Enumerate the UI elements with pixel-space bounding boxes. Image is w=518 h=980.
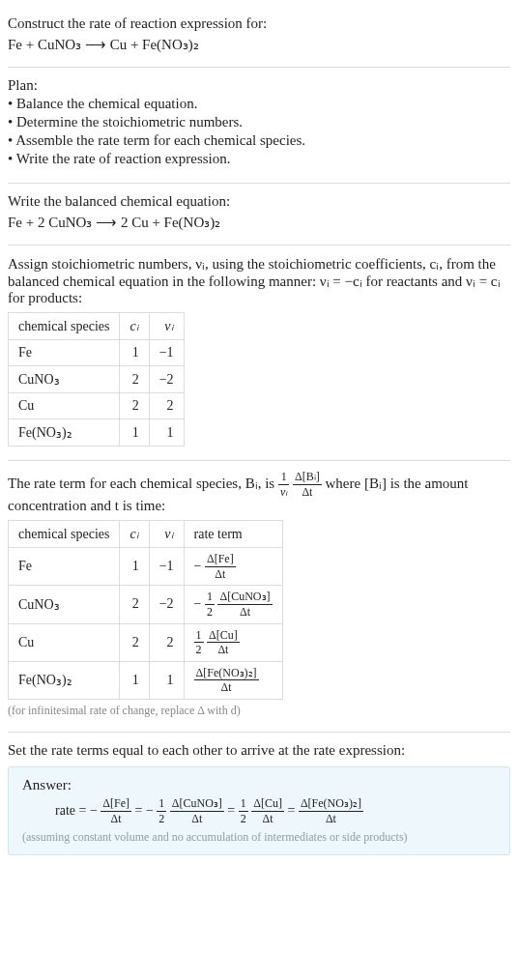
species-cell: Fe [9, 548, 120, 586]
nu-cell: −2 [149, 586, 184, 623]
rateterm-cell: − 1 2 Δ[CuNO₃] Δt [184, 586, 282, 623]
table-header: cᵢ [120, 313, 149, 340]
fraction: Δ[CuNO₃] Δt [217, 591, 272, 618]
fraction-half: 1 2 [194, 629, 204, 656]
rateterm-heading: The rate term for each chemical species,… [8, 471, 510, 514]
species-cell: CuNO₃ [9, 366, 120, 393]
stoich-table: chemical species cᵢ νᵢ Fe 1 −1 CuNO₃ 2 −… [8, 312, 185, 447]
balanced-heading: Write the balanced chemical equation: [8, 193, 510, 210]
species-cell: Fe(NO₃)₂ [9, 419, 120, 447]
answer-box: Answer: rate = − Δ[Fe] Δt = − 1 2 Δ[CuNO… [8, 766, 510, 855]
species-cell: Fe [9, 340, 120, 366]
rateterm-section: The rate term for each chemical species,… [8, 461, 510, 733]
table-header: chemical species [9, 313, 120, 340]
plan-label: Plan: [8, 77, 510, 94]
setequal-heading: Set the rate terms equal to each other t… [8, 742, 510, 759]
rateterm-cell: − Δ[Fe] Δt [184, 548, 282, 586]
fraction: Δ[Fe] Δt [205, 553, 236, 580]
c-cell: 1 [120, 661, 149, 699]
c-cell: 2 [120, 586, 149, 623]
nu-cell: −1 [149, 340, 184, 366]
fraction: Δ[CuNO₃] Δt [170, 797, 224, 824]
nu-cell: 1 [149, 661, 184, 699]
fraction-half: 1 2 [239, 797, 248, 824]
nu-cell: 1 [149, 419, 184, 447]
fraction: 1 νᵢ [278, 471, 289, 498]
table-row: CuNO₃ 2 −2 − 1 2 Δ[CuNO₃] Δt [9, 586, 283, 623]
nu-cell: −2 [149, 366, 184, 393]
nu-cell: −1 [149, 548, 184, 586]
nu-cell: 2 [149, 393, 184, 419]
plan-item: Assemble the rate term for each chemical… [8, 132, 510, 149]
fraction: Δ[Fe(NO₃)₂] Δt [299, 797, 363, 824]
balanced-section: Write the balanced chemical equation: Fe… [8, 184, 510, 245]
unbalanced-equation: Fe + CuNO₃ ⟶ Cu + Fe(NO₃)₂ [8, 36, 510, 53]
table-header: cᵢ [120, 521, 149, 548]
table-header: chemical species [9, 521, 120, 548]
table-caption: (for infinitesimal rate of change, repla… [8, 704, 510, 718]
table-header: νᵢ [149, 313, 184, 340]
plan-section: Plan: Balance the chemical equation. Det… [8, 68, 510, 184]
table-row: Fe 1 −1 [9, 340, 185, 366]
table-row: Cu 2 2 1 2 Δ[Cu] Δt [9, 623, 283, 661]
stoich-section: Assign stoichiometric numbers, νᵢ, using… [8, 245, 510, 461]
answer-expression: rate = − Δ[Fe] Δt = − 1 2 Δ[CuNO₃] Δt = … [55, 797, 496, 824]
table-row: Fe(NO₃)₂ 1 1 [9, 419, 185, 447]
table-header-row: chemical species cᵢ νᵢ rate term [9, 521, 283, 548]
c-cell: 1 [120, 548, 149, 586]
stoich-heading: Assign stoichiometric numbers, νᵢ, using… [8, 255, 510, 306]
plan-item: Determine the stoichiometric numbers. [8, 114, 510, 130]
species-cell: Cu [9, 393, 120, 419]
table-header: rate term [184, 521, 282, 548]
table-header: νᵢ [149, 521, 184, 548]
table-header-row: chemical species cᵢ νᵢ [9, 313, 185, 340]
fraction: Δ[Cu] Δt [251, 797, 284, 824]
fraction-half: 1 2 [157, 797, 166, 824]
fraction: Δ[Fe(NO₃)₂] Δt [194, 667, 259, 694]
nu-cell: 2 [149, 623, 184, 661]
species-cell: Fe(NO₃)₂ [9, 661, 120, 699]
c-cell: 2 [120, 366, 149, 393]
answer-label: Answer: [22, 777, 496, 793]
rateterm-table: chemical species cᵢ νᵢ rate term Fe 1 −1… [8, 520, 283, 700]
c-cell: 1 [120, 340, 149, 366]
rateterm-cell: Δ[Fe(NO₃)₂] Δt [184, 661, 282, 699]
c-cell: 2 [120, 393, 149, 419]
answer-subnote: (assuming constant volume and no accumul… [22, 830, 496, 845]
plan-item: Balance the chemical equation. [8, 96, 510, 112]
fraction: Δ[Fe] Δt [101, 797, 131, 824]
species-cell: Cu [9, 623, 120, 661]
balanced-equation: Fe + 2 CuNO₃ ⟶ 2 Cu + Fe(NO₃)₂ [8, 214, 510, 231]
table-row: Fe 1 −1 − Δ[Fe] Δt [9, 548, 283, 586]
fraction: Δ[Bᵢ] Δt [293, 471, 322, 498]
table-row: Cu 2 2 [9, 393, 185, 419]
c-cell: 2 [120, 623, 149, 661]
fraction-half: 1 2 [205, 591, 215, 618]
fraction: Δ[Cu] Δt [207, 629, 240, 656]
species-cell: CuNO₃ [9, 586, 120, 623]
prompt-heading: Construct the rate of reaction expressio… [8, 15, 510, 32]
table-row: CuNO₃ 2 −2 [9, 366, 185, 393]
prompt-section: Construct the rate of reaction expressio… [8, 6, 510, 68]
c-cell: 1 [120, 419, 149, 447]
final-section: Set the rate terms equal to each other t… [8, 733, 510, 869]
table-row: Fe(NO₃)₂ 1 1 Δ[Fe(NO₃)₂] Δt [9, 661, 283, 699]
plan-item: Write the rate of reaction expression. [8, 151, 510, 167]
plan-list: Balance the chemical equation. Determine… [8, 96, 510, 167]
rateterm-cell: 1 2 Δ[Cu] Δt [184, 623, 282, 661]
